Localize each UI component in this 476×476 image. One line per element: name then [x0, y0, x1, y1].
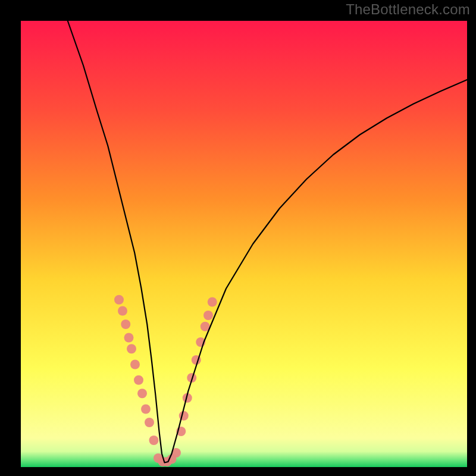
watermark-text: TheBottleneck.com	[346, 1, 470, 18]
bottleneck-chart-canvas	[0, 0, 476, 476]
chart-container: TheBottleneck.com	[0, 0, 476, 476]
